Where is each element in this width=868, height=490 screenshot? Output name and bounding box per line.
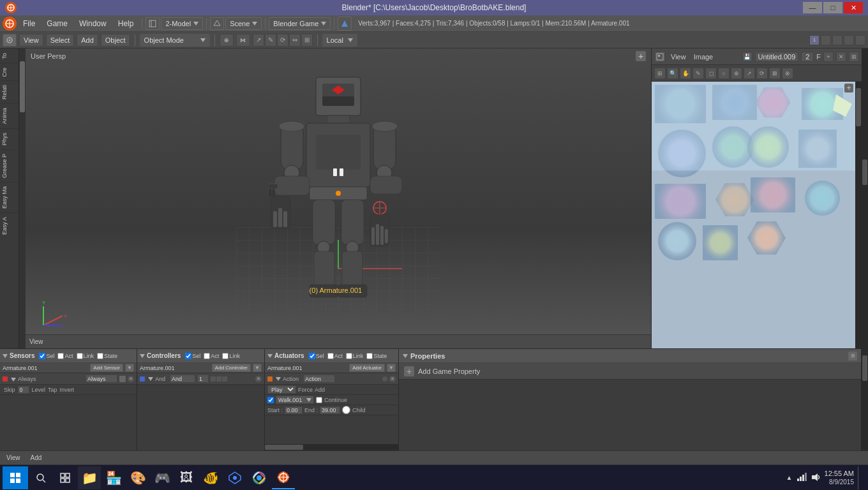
act-sel-check[interactable]: Sel — [309, 353, 324, 359]
3d-viewport[interactable]: User Persp + — [26, 48, 651, 348]
clock-display[interactable]: 12:55 AM 8/9/2015 — [825, 469, 854, 486]
img-tool-5[interactable]: ◻ — [705, 68, 717, 79]
viewport-add-btn[interactable]: + — [636, 51, 646, 61]
tool-icon-3[interactable]: ⟳ — [277, 34, 288, 47]
taskbar-chrome[interactable] — [248, 466, 271, 489]
act-del-icon[interactable]: ✕ — [389, 376, 396, 382]
game-menu[interactable]: Game — [41, 18, 73, 29]
img-expand-icon[interactable]: ⊞ — [849, 52, 859, 62]
left-scrollbar[interactable] — [19, 48, 26, 348]
taskbar-paint[interactable]: 🎨 — [126, 466, 149, 489]
pivot-icon[interactable]: ⊕ — [220, 34, 234, 47]
taskbar-drive[interactable] — [223, 466, 246, 489]
maximize-button[interactable]: □ — [823, 2, 842, 13]
tool-icon-5[interactable]: ⊞ — [301, 34, 313, 47]
act-act-check[interactable]: Act — [327, 353, 343, 359]
ctrl-del-icon[interactable]: ✕ — [255, 376, 262, 382]
left-tab-easymaterial[interactable]: Easy Ma — [0, 182, 19, 212]
sensors-option-btn[interactable]: ▼ — [125, 364, 134, 372]
taskbar-file-explorer[interactable]: 📁 — [78, 466, 101, 489]
local-dropdown[interactable]: Local — [322, 34, 357, 47]
img-tool-6[interactable]: ○ — [718, 68, 730, 79]
act-state-check[interactable]: State — [366, 353, 387, 359]
add-game-property-row[interactable]: + Add Game Property — [399, 363, 861, 380]
tool-icon-2[interactable]: ✎ — [265, 34, 276, 47]
props-expand-icon[interactable]: ⊞ — [848, 352, 857, 360]
start-button[interactable] — [3, 466, 28, 489]
taskbar-blender[interactable] — [272, 466, 295, 489]
sensor-link-icon[interactable] — [119, 376, 126, 382]
layer-2[interactable] — [821, 35, 831, 45]
img-new-icon[interactable]: + — [823, 52, 834, 62]
mode-dropdown[interactable]: Object Mode — [140, 34, 210, 47]
img-tool-7[interactable]: ⊕ — [731, 68, 742, 79]
img-close-icon[interactable]: ✕ — [836, 52, 846, 62]
walk-anim-dropdown[interactable]: Walk.001 — [276, 396, 314, 404]
scene-dropdown[interactable]: Scene — [225, 17, 262, 30]
left-tab-animation[interactable]: Anima — [0, 103, 19, 128]
minimize-button[interactable]: — — [803, 2, 822, 13]
object-btn[interactable]: Object — [101, 34, 130, 47]
img-tool-3[interactable]: ✋ — [680, 68, 691, 79]
taskbar-store[interactable]: 🏪 — [102, 466, 125, 489]
actuator-scrollbar[interactable] — [265, 444, 398, 450]
left-tab-create[interactable]: Cre — [0, 63, 19, 81]
img-tool-9[interactable]: ⟳ — [756, 68, 768, 79]
help-menu[interactable]: Help — [113, 18, 139, 29]
bottom-view-btn[interactable]: View — [4, 453, 23, 463]
play-mode-select[interactable]: Play — [267, 385, 296, 394]
img-tool-4[interactable]: ✎ — [692, 68, 704, 79]
sensor-del-icon[interactable]: ✕ — [128, 376, 134, 382]
taskbar-fish[interactable]: 🐠 — [199, 466, 222, 489]
image-scrollbar-right[interactable] — [855, 82, 862, 348]
img-tool-8[interactable]: ↗ — [744, 68, 755, 79]
window-menu[interactable]: Window — [74, 18, 112, 29]
left-tab-easyanim[interactable]: Easy A — [0, 212, 19, 239]
tray-show-desktop[interactable] — [858, 466, 860, 489]
img-frame-num[interactable]: 2 — [801, 52, 814, 62]
tray-up-arrow[interactable]: ▲ — [786, 474, 793, 481]
image-add-btn[interactable]: + — [844, 84, 853, 93]
img-tool-1[interactable]: ⊞ — [654, 68, 666, 79]
img-tool-10[interactable]: ⊠ — [769, 68, 781, 79]
ctrl-link-check[interactable]: Link — [222, 353, 240, 359]
tool-icon-4[interactable]: ⇔ — [289, 34, 301, 47]
add-sensor-btn[interactable]: Add Sensor — [90, 364, 123, 372]
layer-5[interactable] — [855, 35, 865, 45]
img-view-btn[interactable]: View — [668, 52, 689, 62]
add-controller-btn[interactable]: Add Controller — [212, 364, 251, 372]
ctrl-act-check[interactable]: Act — [204, 353, 219, 359]
layer-4[interactable] — [844, 35, 854, 45]
tray-network[interactable] — [797, 471, 807, 484]
view-btn[interactable]: View — [19, 34, 43, 47]
tray-volume[interactable] — [811, 472, 821, 484]
bottom-add-btn[interactable]: Add — [28, 453, 45, 463]
ctrl-option-btn[interactable]: ▼ — [253, 364, 262, 372]
taskbar-photo[interactable]: 🖼 — [175, 466, 198, 489]
left-tab-physics[interactable]: Phys — [0, 128, 19, 149]
sensor-expand-icon[interactable] — [11, 375, 16, 383]
engine-dropdown[interactable]: Blender Game — [269, 17, 331, 30]
taskbar-game[interactable]: 🎮 — [151, 466, 174, 489]
select-btn[interactable]: Select — [46, 34, 75, 47]
sensors-sel-check[interactable]: Sel — [39, 353, 54, 359]
ctrl-sel-check[interactable]: Sel — [185, 353, 200, 359]
close-button[interactable]: ✕ — [844, 2, 863, 13]
sensors-link-check[interactable]: Link — [77, 353, 94, 359]
left-tab-grease[interactable]: Grease P — [0, 149, 19, 182]
img-filename[interactable]: Untitled.009 — [755, 52, 799, 62]
snap-icon[interactable]: ⋈ — [236, 34, 250, 47]
left-tab-to[interactable]: To — [0, 48, 19, 63]
tool-icon-1[interactable]: ↗ — [253, 34, 264, 47]
img-save-icon[interactable]: 💾 — [742, 52, 752, 62]
act-link-check[interactable]: Link — [346, 353, 364, 359]
taskbar-taskview[interactable] — [54, 466, 77, 489]
taskbar-search[interactable] — [29, 466, 52, 489]
layer-3[interactable] — [832, 35, 842, 45]
viewport-view-btn[interactable]: View — [29, 338, 43, 345]
img-tool-11[interactable]: ⊗ — [782, 68, 793, 79]
layer-1[interactable]: 1 — [809, 35, 819, 45]
far-right-scrollbar[interactable] — [862, 48, 868, 348]
bottom-right-scrollbar[interactable] — [862, 349, 868, 450]
img-image-btn[interactable]: Image — [691, 52, 716, 62]
